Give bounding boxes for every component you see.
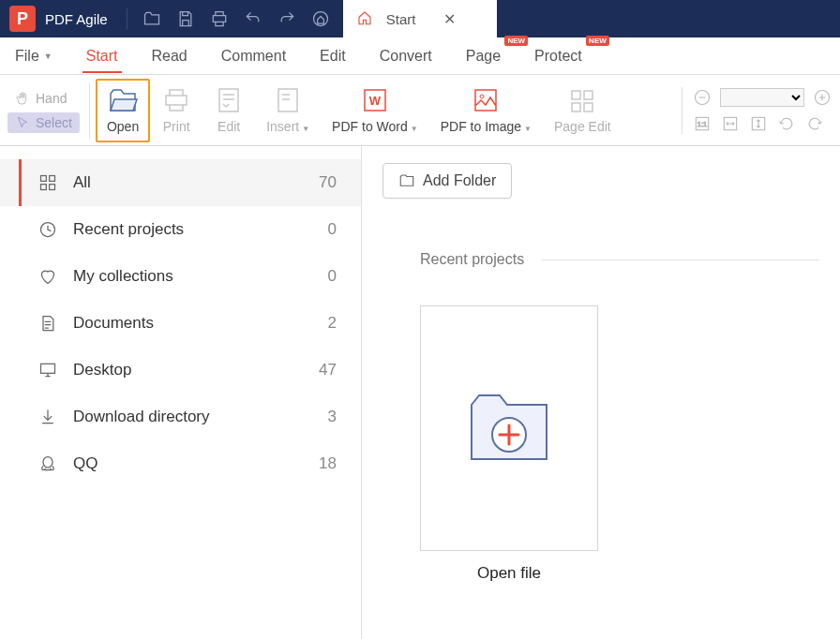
titlebar: P PDF Agile Start ✕ bbox=[0, 0, 840, 37]
menu-start[interactable]: Start bbox=[82, 40, 122, 72]
card-row: Open file bbox=[420, 305, 819, 583]
add-folder-label: Add Folder bbox=[423, 172, 496, 189]
menu-read[interactable]: Read bbox=[148, 40, 191, 72]
sidebar-item-count: 47 bbox=[319, 361, 337, 379]
redo-icon[interactable] bbox=[276, 7, 298, 30]
start-tab[interactable]: Start ✕ bbox=[343, 0, 498, 37]
ribbon-right-group: 1:1 bbox=[682, 87, 832, 134]
close-tab-icon[interactable]: ✕ bbox=[443, 10, 456, 28]
svg-point-2 bbox=[480, 95, 484, 98]
titlebar-separator bbox=[127, 8, 128, 29]
save-icon[interactable] bbox=[174, 7, 197, 30]
cursor-icon bbox=[15, 115, 30, 130]
open-button[interactable]: Open bbox=[96, 79, 150, 142]
open-folder-icon bbox=[108, 87, 138, 113]
fit-height-icon[interactable] bbox=[748, 113, 769, 134]
menu-file[interactable]: File▼ bbox=[11, 40, 56, 72]
svg-rect-13 bbox=[41, 176, 47, 182]
start-tab-label: Start bbox=[386, 11, 416, 27]
undo-icon[interactable] bbox=[242, 7, 264, 30]
open-file-card[interactable]: Open file bbox=[420, 305, 598, 583]
print-icon[interactable] bbox=[208, 7, 231, 30]
zoom-select[interactable] bbox=[720, 88, 804, 107]
print-button[interactable]: Print bbox=[150, 79, 202, 142]
open-file-illustration bbox=[420, 305, 598, 551]
sidebar-item-recent[interactable]: Recent projects 0 bbox=[0, 206, 361, 253]
pdf-to-image-button[interactable]: PDF to Image▼ bbox=[429, 79, 543, 142]
rotate-right-icon[interactable] bbox=[804, 113, 825, 134]
sidebar-item-downloads[interactable]: Download directory 3 bbox=[0, 394, 361, 440]
edit-doc-icon bbox=[214, 87, 244, 113]
sidebar-item-label: QQ bbox=[73, 454, 319, 473]
word-icon: W bbox=[360, 87, 390, 113]
grid-icon bbox=[38, 172, 58, 193]
ribbon-separator bbox=[89, 82, 90, 139]
pdf-to-word-button[interactable]: W PDF to Word▼ bbox=[321, 79, 429, 142]
zoom-in-icon[interactable] bbox=[812, 87, 832, 108]
fit-page-icon[interactable]: 1:1 bbox=[692, 113, 712, 134]
sidebar-item-count: 2 bbox=[328, 314, 337, 333]
sidebar-item-label: My collections bbox=[73, 267, 328, 286]
menu-comment[interactable]: Comment bbox=[218, 40, 290, 72]
rotate-left-icon[interactable] bbox=[776, 113, 797, 134]
select-label: Select bbox=[36, 115, 72, 130]
sidebar-item-qq[interactable]: QQ 18 bbox=[0, 440, 361, 487]
hand-label: Hand bbox=[36, 91, 67, 106]
folder-open-icon[interactable] bbox=[141, 7, 163, 30]
sidebar-item-count: 18 bbox=[319, 454, 337, 473]
pdf-to-image-label: PDF to Image▼ bbox=[441, 119, 532, 134]
desktop-icon bbox=[38, 360, 58, 380]
edit-button[interactable]: Edit bbox=[202, 79, 255, 142]
hand-tool[interactable]: Hand bbox=[8, 88, 80, 109]
svg-rect-6 bbox=[584, 103, 592, 111]
svg-rect-15 bbox=[41, 185, 47, 190]
app-logo: P bbox=[9, 6, 36, 32]
menubar: File▼ Start Read Comment Edit Convert Pa… bbox=[0, 37, 840, 75]
add-folder-button[interactable]: Add Folder bbox=[382, 163, 512, 199]
insert-button[interactable]: Insert▼ bbox=[255, 79, 321, 142]
sidebar-item-label: Desktop bbox=[73, 361, 319, 379]
qq-icon bbox=[38, 453, 58, 474]
hand-icon bbox=[15, 91, 30, 106]
menu-edit[interactable]: Edit bbox=[316, 40, 350, 72]
download-icon bbox=[38, 407, 58, 427]
heart-icon bbox=[38, 266, 58, 287]
svg-rect-4 bbox=[584, 91, 592, 99]
new-badge: NEW bbox=[504, 36, 528, 46]
clock-icon bbox=[38, 219, 58, 240]
svg-rect-3 bbox=[572, 91, 580, 99]
menu-convert[interactable]: Convert bbox=[376, 40, 436, 72]
sidebar-item-label: Download directory bbox=[73, 408, 328, 426]
sidebar-item-count: 0 bbox=[328, 220, 337, 239]
tool-mode-group: Hand Select bbox=[8, 88, 83, 133]
print-label: Print bbox=[163, 119, 190, 134]
home-icon bbox=[356, 9, 373, 29]
sidebar-item-desktop[interactable]: Desktop 47 bbox=[0, 347, 361, 394]
sidebar-item-label: All bbox=[73, 173, 319, 192]
new-badge: NEW bbox=[586, 36, 609, 46]
sidebar-item-collections[interactable]: My collections 0 bbox=[0, 253, 361, 300]
sidebar-item-count: 0 bbox=[328, 267, 337, 286]
menu-protect[interactable]: ProtectNEW bbox=[531, 40, 586, 72]
sidebar-item-all[interactable]: All 70 bbox=[0, 159, 361, 206]
zoom-out-icon[interactable] bbox=[692, 87, 712, 108]
menu-page[interactable]: PageNEW bbox=[462, 40, 504, 72]
page-edit-label: Page Edit bbox=[554, 119, 611, 134]
svg-rect-18 bbox=[41, 364, 55, 373]
insert-label: Insert▼ bbox=[266, 119, 309, 134]
page-edit-button[interactable]: Page Edit bbox=[543, 79, 622, 142]
svg-text:1:1: 1:1 bbox=[698, 120, 707, 128]
page-edit-icon bbox=[567, 87, 597, 113]
insert-icon bbox=[273, 87, 303, 113]
fit-width-icon[interactable] bbox=[720, 113, 741, 134]
document-icon bbox=[38, 313, 58, 334]
sidebar-item-label: Recent projects bbox=[73, 220, 328, 239]
select-tool[interactable]: Select bbox=[8, 112, 80, 133]
home-quick-icon[interactable] bbox=[309, 7, 332, 30]
open-file-label: Open file bbox=[477, 564, 541, 583]
edit-label: Edit bbox=[218, 119, 240, 134]
section-recent-projects: Recent projects bbox=[420, 251, 819, 268]
svg-text:W: W bbox=[369, 94, 382, 108]
svg-rect-14 bbox=[50, 176, 55, 182]
sidebar-item-documents[interactable]: Documents 2 bbox=[0, 300, 361, 347]
